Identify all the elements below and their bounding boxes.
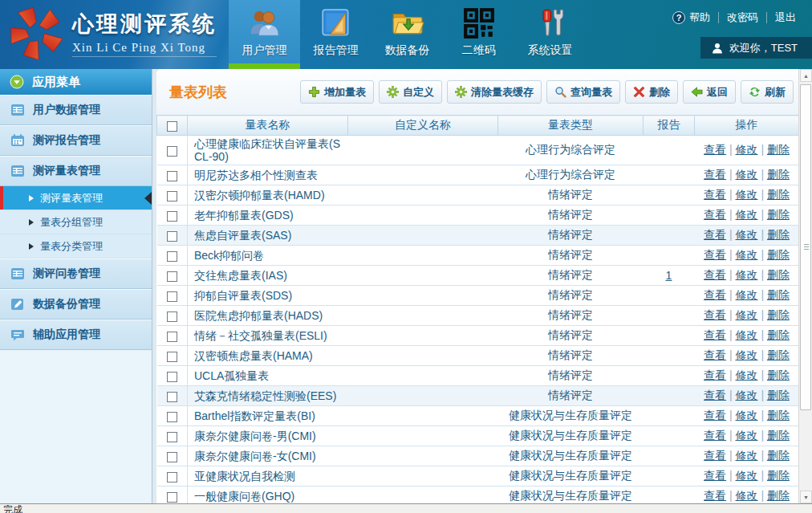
query-scale-button[interactable]: 查询量表 xyxy=(546,80,620,104)
delete-link[interactable]: 删除 xyxy=(767,449,790,462)
row-checkbox[interactable] xyxy=(167,271,177,282)
modify-link[interactable]: 修改 xyxy=(736,489,758,502)
modify-link[interactable]: 修改 xyxy=(736,248,758,261)
view-link[interactable]: 查看 xyxy=(704,449,726,462)
delete-link[interactable]: 删除 xyxy=(767,288,790,301)
view-link[interactable]: 查看 xyxy=(704,168,726,181)
modify-link[interactable]: 修改 xyxy=(736,389,758,401)
delete-link[interactable]: 删除 xyxy=(767,228,790,241)
row-checkbox[interactable] xyxy=(167,171,177,181)
nav-item-data-backup[interactable]: 数据备份 xyxy=(371,0,443,69)
view-link[interactable]: 查看 xyxy=(704,409,726,421)
vertical-scrollbar[interactable]: ▲ ▼ xyxy=(798,69,812,503)
modify-link[interactable]: 修改 xyxy=(736,328,758,341)
delete-link[interactable]: 删除 xyxy=(767,248,790,261)
view-link[interactable]: 查看 xyxy=(704,288,726,301)
modify-link[interactable]: 修改 xyxy=(736,368,758,381)
select-all-checkbox[interactable] xyxy=(167,121,177,132)
nav-item-report-management[interactable]: 报告管理 xyxy=(300,0,371,69)
row-checkbox[interactable] xyxy=(167,352,177,362)
modify-link[interactable]: 修改 xyxy=(736,228,758,241)
delete-link[interactable]: 删除 xyxy=(767,168,790,181)
row-checkbox[interactable] xyxy=(167,146,177,157)
modify-link[interactable]: 修改 xyxy=(736,308,758,321)
view-link[interactable]: 查看 xyxy=(704,188,726,201)
row-checkbox[interactable] xyxy=(167,211,177,222)
report-count-link[interactable]: 1 xyxy=(666,269,672,282)
modify-link[interactable]: 修改 xyxy=(736,288,758,301)
view-link[interactable]: 查看 xyxy=(704,429,726,442)
view-link[interactable]: 查看 xyxy=(704,489,726,502)
nav-item-qrcode[interactable]: 二维码 xyxy=(443,0,514,69)
sidebar-item-backup-management[interactable]: 数据备份管理 xyxy=(0,289,152,320)
help-link[interactable]: ?帮助 xyxy=(664,10,718,25)
delete-link[interactable]: 删除 xyxy=(767,208,790,221)
row-checkbox[interactable] xyxy=(167,392,177,402)
sidebar-subitem-scale-management[interactable]: 测评量表管理 xyxy=(0,186,152,210)
delete-link[interactable]: 删除 xyxy=(767,143,790,156)
modify-link[interactable]: 修改 xyxy=(736,188,758,201)
delete-link[interactable]: 删除 xyxy=(767,469,790,482)
scroll-down-icon[interactable]: ▼ xyxy=(800,491,812,503)
row-checkbox[interactable] xyxy=(167,291,177,302)
logout-link[interactable]: 退出 xyxy=(767,10,804,25)
scroll-up-icon[interactable]: ▲ xyxy=(800,69,812,82)
sidebar-subitem-scale-group-management[interactable]: 量表分组管理 xyxy=(0,210,152,234)
view-link[interactable]: 查看 xyxy=(704,308,726,321)
view-link[interactable]: 查看 xyxy=(704,368,726,381)
add-scale-button[interactable]: 增加量表 xyxy=(300,80,374,104)
row-checkbox[interactable] xyxy=(167,251,177,262)
sidebar-item-user-data-management[interactable]: 用户数据管理 xyxy=(0,95,152,125)
refresh-button[interactable]: 刷新 xyxy=(741,80,794,104)
modify-link[interactable]: 修改 xyxy=(736,348,758,361)
view-link[interactable]: 查看 xyxy=(704,208,726,221)
delete-button[interactable]: 删除 xyxy=(625,80,678,104)
row-checkbox[interactable] xyxy=(167,472,177,482)
row-checkbox[interactable] xyxy=(167,231,177,242)
modify-link[interactable]: 修改 xyxy=(736,449,758,462)
delete-link[interactable]: 删除 xyxy=(767,409,790,421)
delete-link[interactable]: 删除 xyxy=(767,368,790,381)
sidebar-subitem-scale-category-management[interactable]: 量表分类管理 xyxy=(0,234,152,259)
row-checkbox[interactable] xyxy=(167,191,177,202)
view-link[interactable]: 查看 xyxy=(704,469,726,482)
modify-link[interactable]: 修改 xyxy=(736,409,758,421)
row-checkbox[interactable] xyxy=(167,311,177,322)
delete-link[interactable]: 删除 xyxy=(767,188,790,201)
sidebar-item-scale-management[interactable]: 测评量表管理 xyxy=(0,156,152,186)
change-password-link[interactable]: 改密码 xyxy=(719,10,766,25)
scrollbar-thumb[interactable] xyxy=(800,84,811,410)
row-checkbox[interactable] xyxy=(167,452,177,462)
modify-link[interactable]: 修改 xyxy=(736,469,758,482)
modify-link[interactable]: 修改 xyxy=(736,208,758,221)
customize-button[interactable]: 自定义 xyxy=(379,80,442,104)
row-checkbox[interactable] xyxy=(167,332,177,342)
view-link[interactable]: 查看 xyxy=(704,248,726,261)
nav-item-user-management[interactable]: 用户管理 xyxy=(229,0,300,69)
view-link[interactable]: 查看 xyxy=(704,328,726,341)
modify-link[interactable]: 修改 xyxy=(736,268,758,281)
nav-item-system-settings[interactable]: 系统设置 xyxy=(514,0,586,69)
row-checkbox[interactable] xyxy=(167,492,177,503)
row-checkbox[interactable] xyxy=(167,432,177,442)
modify-link[interactable]: 修改 xyxy=(736,429,758,442)
sidebar-item-auxiliary-management[interactable]: 辅助应用管理 xyxy=(0,320,152,350)
modify-link[interactable]: 修改 xyxy=(736,143,758,156)
clear-scale-cache-button[interactable]: 清除量表缓存 xyxy=(447,80,542,104)
delete-link[interactable]: 删除 xyxy=(767,489,790,502)
delete-link[interactable]: 删除 xyxy=(767,268,790,281)
delete-link[interactable]: 删除 xyxy=(767,308,790,321)
back-button[interactable]: 返回 xyxy=(683,80,736,104)
delete-link[interactable]: 删除 xyxy=(767,389,790,401)
row-checkbox[interactable] xyxy=(167,372,177,382)
sidebar-item-questionnaire-management[interactable]: 测评问卷管理 xyxy=(0,259,152,289)
modify-link[interactable]: 修改 xyxy=(736,168,758,181)
row-checkbox[interactable] xyxy=(167,412,177,422)
sidebar-header[interactable]: 应用菜单 xyxy=(0,69,152,95)
sidebar-item-report-management[interactable]: 测评报告管理 xyxy=(0,125,152,156)
view-link[interactable]: 查看 xyxy=(704,143,726,156)
view-link[interactable]: 查看 xyxy=(704,348,726,361)
delete-link[interactable]: 删除 xyxy=(767,328,790,341)
delete-link[interactable]: 删除 xyxy=(767,429,790,442)
view-link[interactable]: 查看 xyxy=(704,268,726,281)
